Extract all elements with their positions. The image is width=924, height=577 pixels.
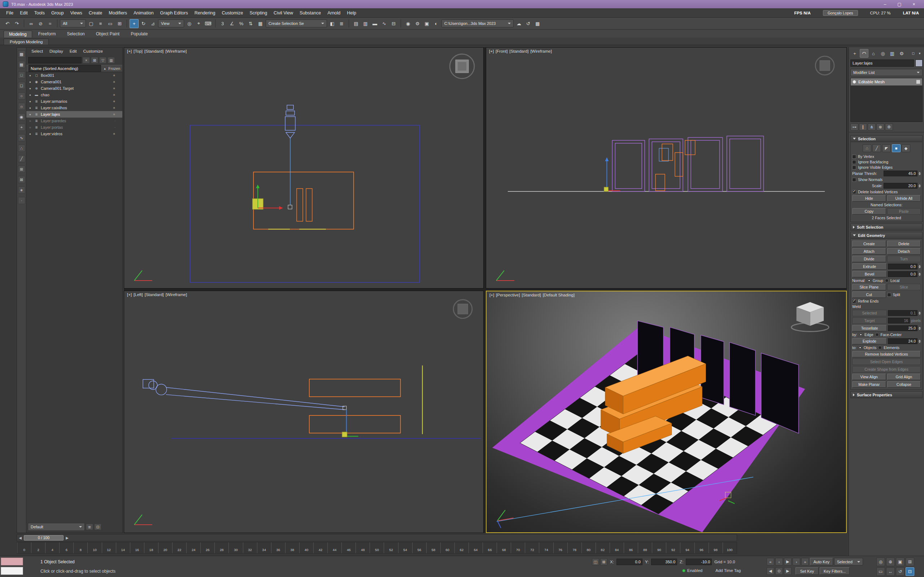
timeline-tick[interactable]: 60 (440, 542, 454, 553)
timeline-tick[interactable]: 12 (102, 542, 116, 553)
explode-field[interactable]: 24.0 (888, 338, 918, 344)
timeline-tick[interactable]: 20 (158, 542, 172, 553)
timeline-tick[interactable]: 86 (624, 542, 638, 553)
collapse-button[interactable]: Collapse (887, 381, 921, 388)
viewcube[interactable] (792, 302, 829, 332)
ribbon-tab-object-paint[interactable]: Object Paint (91, 31, 124, 37)
timeline-tick[interactable]: 58 (426, 542, 440, 553)
frozen-toggle-icon[interactable]: ∗ (113, 113, 121, 116)
rendered-frame-window-icon[interactable]: ▣ (422, 19, 431, 28)
pan-view-icon[interactable]: ↔ (886, 567, 895, 576)
time-slider-next-icon[interactable]: ▶ (65, 535, 69, 540)
select-and-manipulate-icon[interactable]: ⌖ (194, 19, 203, 28)
view-align-button[interactable]: View Align (852, 374, 886, 380)
timeline-tick[interactable]: 70 (511, 542, 525, 553)
create-tab[interactable]: + (850, 49, 859, 58)
window-frames-object[interactable] (612, 136, 763, 192)
viewport-label-segment[interactable]: [Standard] (145, 292, 164, 297)
timeline-tick[interactable]: 0 (17, 542, 31, 553)
timeline-tick[interactable]: 40 (299, 542, 313, 553)
close-button[interactable]: × (907, 0, 921, 8)
rollout-soft-selection[interactable]: Soft Selection (850, 224, 922, 230)
menu-item[interactable]: Rendering (191, 10, 219, 16)
select-by-name-icon[interactable]: ≡ (96, 19, 105, 28)
zoom-all-icon[interactable]: ⊕ (886, 558, 895, 566)
scene-explorer-menu-item[interactable]: Select (29, 49, 46, 56)
explode-button[interactable]: Explode (852, 338, 887, 344)
timeline-tick[interactable]: 84 (610, 542, 624, 553)
frozen-toggle-icon[interactable]: · (115, 126, 121, 129)
timeline-tick[interactable]: 38 (285, 542, 299, 553)
timeline-tick[interactable]: 50 (370, 542, 384, 553)
show-end-result-icon[interactable]: ∥ (859, 123, 867, 131)
object-name-label[interactable]: chao (41, 93, 110, 97)
ribbon-tab-populate[interactable]: Populate (126, 31, 153, 37)
object-name-label[interactable]: Box001 (41, 73, 110, 77)
timeline-tick[interactable]: 98 (709, 542, 723, 553)
frozen-toggle-icon[interactable]: ∗ (113, 74, 121, 77)
display-shapes-icon[interactable]: ○ (18, 92, 25, 100)
viewport-label-segment[interactable]: [Default Shading] (543, 293, 575, 297)
spinner-arrows[interactable] (919, 265, 921, 268)
scene-explorer-row[interactable]: ○ ≣ Layer:portas · (26, 124, 122, 131)
scene-explorer-menu-item[interactable]: Customize (81, 49, 106, 56)
viewport-label-segment[interactable]: [Left] (134, 292, 143, 297)
scene-explorer-row[interactable]: ● ≣ Layer:armarios ∗ (26, 98, 122, 105)
timeline-tick[interactable]: 78 (567, 542, 582, 553)
zoom-region-icon[interactable]: ▭ (876, 567, 885, 576)
timeline-tick[interactable]: 54 (398, 542, 412, 553)
go-to-start-icon[interactable]: « (767, 558, 774, 566)
timeline-tick[interactable]: 96 (695, 542, 709, 553)
maxscript-mini-listener[interactable] (1, 567, 23, 575)
timeline-tick[interactable]: 48 (355, 542, 370, 553)
make-unique-icon[interactable]: ⋔ (868, 123, 876, 131)
show-normals-checkbox[interactable] (852, 178, 856, 182)
spinner-snap-icon[interactable]: ⇅ (246, 19, 255, 28)
motion-tab[interactable]: ◎ (879, 49, 887, 58)
timeline-tick[interactable]: 66 (483, 542, 497, 553)
zoom-extents-all-icon[interactable]: ⊞ (906, 558, 914, 566)
rollout-surface-properties[interactable]: Surface Properties (850, 391, 922, 398)
ignore-backfacing-checkbox[interactable] (852, 160, 856, 164)
selection-filter-dropdown[interactable]: All (60, 19, 86, 27)
timeline-tick[interactable]: 46 (341, 542, 355, 553)
play-animation-icon[interactable]: ▶ (784, 558, 792, 566)
display-bones-icon[interactable]: ╱ (18, 155, 25, 162)
redo-icon[interactable]: ↷ (12, 19, 21, 28)
mirror-icon[interactable]: ◧ (328, 19, 337, 28)
menu-item[interactable]: Views (67, 10, 86, 16)
scene-explorer-row[interactable]: ● ≣ Layer:caixilhos ∗ (26, 105, 122, 111)
select-and-scale-icon[interactable]: ⊿ (149, 19, 157, 28)
timeline-tick[interactable]: 2 (31, 542, 45, 553)
reference-coordinate-dropdown[interactable]: View (158, 19, 184, 27)
auto-key-button[interactable]: Auto Key (810, 558, 833, 566)
angle-snap-icon[interactable]: ∠ (228, 19, 236, 28)
explorer-settings-icon[interactable]: ≣ (86, 524, 93, 530)
to-objects-radio[interactable] (858, 346, 862, 350)
viewport-label-segment[interactable]: [Wireframe] (166, 292, 187, 297)
timeline-tick[interactable]: 26 (200, 542, 215, 553)
display-cameras-icon[interactable]: ◉ (18, 113, 25, 121)
display-helpers-icon[interactable]: ⌖ (18, 124, 25, 131)
column-frozen-header[interactable]: Frozen (108, 66, 120, 71)
menu-item[interactable]: Arnold (324, 10, 344, 16)
display-geometry-icon[interactable]: ◻ (18, 82, 25, 89)
use-pivot-center-icon[interactable]: ◎ (185, 19, 194, 28)
normal-local-radio[interactable] (885, 279, 888, 282)
vertex-mode-icon[interactable]: ∴ (863, 144, 871, 152)
timeline-tick[interactable]: 92 (666, 542, 680, 553)
scene-explorer-menu-item[interactable]: Display (47, 49, 66, 56)
project-folder-field[interactable]: C:\Users\gon...3ds Max 2023 (441, 19, 514, 27)
menu-item[interactable]: Create (86, 10, 106, 16)
spinner-arrows[interactable] (919, 184, 921, 187)
column-chooser-icon[interactable]: ▥ (108, 57, 115, 63)
slice-plane-button[interactable]: Slice Plane (852, 284, 886, 290)
timeline-tick[interactable]: 34 (257, 542, 271, 553)
timeline-tick[interactable]: 36 (271, 542, 285, 553)
extrude-field[interactable]: 0.0 (888, 264, 918, 269)
visibility-bulb-icon[interactable] (853, 80, 856, 84)
column-name-header[interactable]: Name (Sorted Ascending) (29, 65, 101, 72)
viewport-label-segment[interactable]: [Perspective] (496, 293, 520, 297)
divide-button[interactable]: Divide (852, 256, 886, 262)
element-mode-icon[interactable]: ◆ (901, 144, 910, 152)
